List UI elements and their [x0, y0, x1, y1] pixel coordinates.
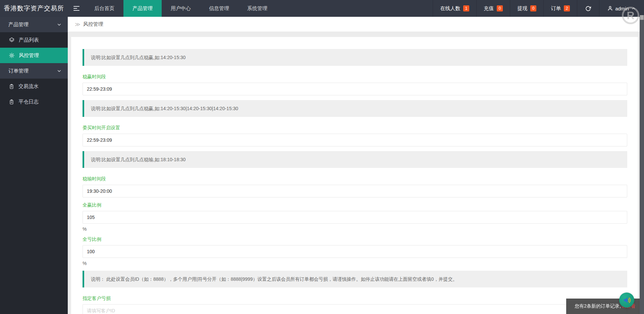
sidebar-item-trade-flow[interactable]: 交易流水: [0, 79, 68, 94]
hamburger-icon: [73, 10, 79, 11]
layers-icon: [9, 37, 14, 43]
sidebar-group-orders[interactable]: 订单管理: [0, 63, 68, 79]
username: admin: [615, 6, 629, 11]
stat-online-users[interactable]: 在线人数 1: [433, 0, 476, 17]
field-lose-time: 稳输时间段: [83, 176, 627, 197]
note-text: 说明： 此处设置会员ID（如：8888），多个用户用|符号分开（如：8888|9…: [91, 276, 457, 282]
sidebar-item-label: 平仓日志: [18, 99, 39, 105]
sidebar-group-label: 订单管理: [8, 68, 29, 74]
sidebar-item-label: 交易流水: [18, 83, 39, 90]
breadcrumb-current: 风控管理: [83, 21, 103, 28]
count-badge: 0: [530, 5, 536, 11]
stat-deposits[interactable]: 充值 0: [476, 0, 510, 17]
refresh-icon: [585, 6, 591, 11]
sidebar-item-product-list[interactable]: 产品列表: [0, 32, 68, 48]
sidebar-group-products[interactable]: 产品管理: [0, 17, 68, 32]
field-full-win-ratio: 全赢比例 %: [83, 202, 627, 232]
field-label: 指定客户亏损: [83, 296, 627, 302]
note-text: 说明:比如设置几点到几点稳赢,如:14:20-15:30|14:20-15:30…: [91, 106, 238, 111]
stat-label: 在线人数: [440, 5, 460, 12]
gear-icon: [9, 53, 14, 58]
sidebar-item-close-log[interactable]: 平仓日志: [0, 94, 68, 109]
top-navbar: 香港数字资产交易所 后台首页 产品管理 用户中心 信息管理 系统管理 在线人数 …: [0, 0, 644, 17]
nav-item-info[interactable]: 信息管理: [200, 0, 238, 17]
user-icon: [607, 6, 613, 11]
vertical-scrollbar[interactable]: [640, 15, 644, 314]
sidebar-item-label: 风控管理: [19, 52, 39, 59]
field-customer-loss: 指定客户亏损: [83, 296, 627, 314]
refresh-button[interactable]: [577, 0, 599, 17]
field-label: 稳赢时间段: [83, 74, 627, 80]
field-full-loss-ratio: 全亏比例 %: [83, 236, 627, 266]
note-buy-time: 说明:比如设置几点到几点稳赢,如:14:20-15:30|14:20-15:30…: [83, 100, 627, 117]
note-customer-loss: 说明： 此处设置会员ID（如：8888），多个用户用|符号分开（如：8888|9…: [83, 271, 627, 287]
brand-logo: 香港数字资产交易所: [0, 0, 68, 17]
risk-settings-card: 说明:比如设置几点到几点稳赢,如:14:20-15:30 稳赢时间段 说明:比如…: [71, 37, 638, 314]
sidebar-item-label: 产品列表: [19, 37, 39, 43]
note-lose-time: 说明:比如设置几点到几点稳输,如:18:10-18:30: [83, 151, 627, 168]
clipboard-icon: [9, 84, 14, 89]
note-text: 说明:比如设置几点到几点稳输,如:18:10-18:30: [91, 157, 185, 162]
hamburger-icon: [73, 8, 77, 9]
nav-item-products[interactable]: 产品管理: [123, 0, 162, 17]
speaker-icon: [623, 296, 631, 305]
note-text: 说明:比如设置几点到几点稳赢,如:14:20-15:30: [91, 55, 185, 60]
sound-toggle-button[interactable]: [619, 293, 634, 308]
chevron-down-icon: [57, 22, 62, 27]
stat-label: 充值: [484, 5, 494, 12]
customer-loss-input[interactable]: [83, 304, 627, 314]
double-chevron-icon: ≫: [75, 21, 80, 28]
stat-orders[interactable]: 订单 2: [543, 0, 577, 17]
chevron-down-icon: [57, 69, 62, 74]
count-badge: 2: [564, 5, 570, 11]
stat-label: 订单: [551, 5, 561, 12]
toast-message: 您有2条新的订单记录,: [575, 303, 621, 309]
field-buy-time: 委买时间开启设置: [83, 125, 627, 146]
sidebar-item-risk-control[interactable]: 风控管理: [0, 48, 68, 63]
nav-item-users[interactable]: 用户中心: [162, 0, 200, 17]
field-label: 全亏比例: [83, 236, 627, 242]
win-time-input[interactable]: [83, 83, 627, 95]
sidebar: 产品管理 产品列表 风控管理 订单管理 交易流水 平仓日志: [0, 17, 68, 314]
percent-suffix: %: [83, 261, 627, 266]
chevron-up-icon: [631, 6, 636, 11]
count-badge: 0: [497, 5, 503, 11]
nav-item-dashboard[interactable]: 后台首页: [85, 0, 123, 17]
breadcrumb-bar: ≫ 风控管理: [68, 17, 640, 32]
sidebar-group-label: 产品管理: [8, 21, 29, 28]
field-label: 委买时间开启设置: [83, 125, 627, 131]
field-label: 稳输时间段: [83, 176, 627, 182]
stat-label: 提现: [517, 5, 527, 12]
percent-suffix: %: [83, 226, 627, 232]
scrollbar-thumb[interactable]: [640, 15, 644, 20]
nav-item-system[interactable]: 系统管理: [238, 0, 276, 17]
navbar-spacer: [276, 0, 433, 17]
buy-time-input[interactable]: [83, 134, 627, 146]
clipboard-icon: [9, 99, 14, 104]
stat-withdrawals[interactable]: 提现 0: [510, 0, 543, 17]
hamburger-icon: [73, 6, 79, 7]
full-loss-ratio-input[interactable]: [83, 245, 627, 258]
main-content: 说明:比如设置几点到几点稳赢,如:14:20-15:30 稳赢时间段 说明:比如…: [68, 32, 640, 314]
field-label: 全赢比例: [83, 202, 627, 208]
user-menu[interactable]: admin: [599, 0, 644, 17]
note-win-time: 说明:比如设置几点到几点稳赢,如:14:20-15:30: [83, 49, 627, 66]
sidebar-collapse-button[interactable]: [68, 0, 85, 17]
top-menu: 后台首页 产品管理 用户中心 信息管理 系统管理: [85, 0, 276, 17]
full-win-ratio-input[interactable]: [83, 211, 627, 224]
navbar-right: 在线人数 1 充值 0 提现 0 订单 2 admin: [433, 0, 644, 17]
count-badge: 1: [463, 5, 469, 11]
field-win-time: 稳赢时间段: [83, 74, 627, 95]
lose-time-input[interactable]: [83, 185, 627, 197]
